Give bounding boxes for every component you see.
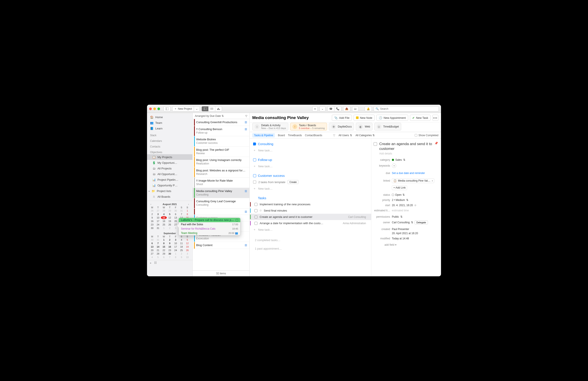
- cal-day[interactable]: 31: [155, 227, 161, 229]
- cal-day[interactable]: 9: [149, 216, 155, 219]
- cal-prev[interactable]: ‹: [150, 203, 151, 206]
- cal-day[interactable]: 13: [149, 245, 155, 248]
- minimize-icon[interactable]: [153, 108, 156, 110]
- project-list-item[interactable]: Consulting Grey Leaf CoverageConsulting: [193, 198, 250, 208]
- cal-day[interactable]: 27: [149, 252, 155, 255]
- project-list-item[interactable]: !! Consulting BensonFollow-up▥: [193, 126, 250, 136]
- new-note-button[interactable]: New Note: [354, 115, 375, 121]
- cal-day[interactable]: 8: [184, 213, 190, 216]
- sidebar-item-opportunityp[interactable]: 📊Opportunity P…: [147, 182, 192, 188]
- view-chart-button[interactable]: [215, 106, 222, 112]
- cal-day[interactable]: 7: [155, 242, 161, 245]
- cal-day[interactable]: 25: [179, 249, 184, 252]
- cal-day[interactable]: 30: [173, 209, 179, 212]
- subtab-contactboards[interactable]: ContactBoards: [305, 134, 322, 137]
- new-task-input[interactable]: ＋New task…: [250, 185, 371, 192]
- subtab-taskspipeline[interactable]: Tasks & Pipeline: [252, 133, 275, 137]
- project-list-item[interactable]: !! Image-Movie for Rate MateShoot: [193, 177, 250, 188]
- cal-day[interactable]: 25: [161, 223, 167, 226]
- project-list-item[interactable]: Website BiotrexCustomer success: [193, 136, 250, 146]
- cal-day[interactable]: 15: [161, 245, 167, 248]
- nav-learn[interactable]: 📘Learn: [147, 126, 192, 131]
- cal-day[interactable]: 7: [167, 256, 173, 259]
- cal-day[interactable]: 5: [155, 256, 161, 259]
- all-categories-dropdown[interactable]: All Categories ⇅: [356, 134, 375, 137]
- cal-day[interactable]: 27: [155, 209, 161, 212]
- task-row[interactable]: ⦾Send final minutes: [250, 208, 371, 214]
- contacts-section[interactable]: Contacts: [147, 143, 192, 149]
- new-task-input[interactable]: ＋New task…: [250, 226, 371, 233]
- past-appointment-link[interactable]: 1 past appointment…: [250, 244, 371, 253]
- owner-field[interactable]: Carl Consulting ⇅ Delegate: [392, 220, 438, 224]
- task-row[interactable]: Create an agenda and send it to customer…: [250, 214, 371, 220]
- add-link-button[interactable]: + Add Link: [392, 185, 407, 190]
- cal-day[interactable]: 2: [167, 238, 173, 241]
- new-task-input[interactable]: ＋New task…: [250, 147, 371, 153]
- cal-day[interactable]: 20: [173, 220, 179, 223]
- new-appointment-button[interactable]: 🕓 New Appointment: [377, 115, 408, 121]
- add-details-placeholder[interactable]: Add details: [374, 151, 438, 157]
- cal-day[interactable]: 24: [173, 249, 179, 252]
- info-pill[interactable]: iDetails & ActivityNew – Due in 413 days: [252, 123, 288, 131]
- task-checkbox[interactable]: [254, 203, 257, 206]
- cal-day[interactable]: 22: [161, 249, 167, 252]
- cal-day[interactable]: 5: [184, 238, 190, 241]
- cal-day[interactable]: 18: [179, 245, 184, 248]
- tb-icon-2[interactable]: ⌄: [319, 106, 326, 112]
- close-icon[interactable]: [149, 108, 152, 110]
- cal-day[interactable]: 1: [173, 252, 179, 255]
- pin-icon[interactable]: 📌: [435, 142, 438, 145]
- cal-day[interactable]: 2: [179, 252, 184, 255]
- cal-day[interactable]: 2: [167, 227, 173, 229]
- project-list-item[interactable]: Blog post: Websites as a signpost for…Re…: [193, 167, 250, 177]
- new-project-button[interactable]: ＋ New Project: [172, 106, 194, 112]
- new-project-dropdown[interactable]: ⌄: [194, 106, 200, 112]
- task-row[interactable]: Implement training of the new processes: [250, 201, 371, 208]
- search-input[interactable]: [380, 107, 437, 110]
- cal-day[interactable]: 12: [167, 216, 173, 219]
- info-pill[interactable]: ✻DayliteDocs: [329, 123, 354, 131]
- new-task-input[interactable]: ＋New task…: [250, 163, 371, 170]
- cal-day[interactable]: 26: [184, 249, 190, 252]
- info-pill[interactable]: ⊙Time&Budget: [374, 123, 401, 131]
- popover-event[interactable]: Team Meeting20:00 👥: [179, 231, 240, 235]
- cal-day[interactable]: 31: [179, 209, 184, 212]
- project-list-item[interactable]: Blog post: Using Instagram correctlyReal…: [193, 157, 250, 167]
- popover-event[interactable]: Paul with the Solos17:00: [179, 222, 240, 227]
- cal-day[interactable]: 1: [184, 209, 190, 212]
- cal-day[interactable]: 5: [167, 213, 173, 216]
- cal-day[interactable]: 23: [149, 223, 155, 226]
- info-pill[interactable]: !Tasks / Boards5 overdue – 5 remaining: [290, 123, 327, 131]
- add-keyword-button[interactable]: ＋: [392, 164, 396, 168]
- section-header[interactable]: Follow-up: [250, 157, 371, 163]
- delegate-button[interactable]: Delegate: [415, 220, 428, 224]
- card-button[interactable]: 🗂: [352, 106, 358, 112]
- cal-day[interactable]: 4: [179, 238, 184, 241]
- cal-day[interactable]: 9: [167, 242, 173, 245]
- cal-day[interactable]: 8: [161, 242, 167, 245]
- sidebar-item-projectpipelin[interactable]: 📊Project Pipelin…: [147, 177, 192, 182]
- project-list-item[interactable]: ▥: [193, 209, 250, 215]
- estimated-time-field[interactable]: estimated time: [392, 209, 438, 212]
- cal-day[interactable]: 6: [173, 213, 179, 216]
- status-dropdown[interactable]: Open ⇅: [392, 193, 438, 196]
- task-complete-checkbox[interactable]: [374, 142, 377, 146]
- cal-day[interactable]: 24: [155, 223, 161, 226]
- cal-day[interactable]: 3: [184, 252, 190, 255]
- cal-day[interactable]: 21: [155, 249, 161, 252]
- completed-tasks-link[interactable]: 2 completed tasks…: [250, 236, 371, 244]
- cal-day[interactable]: 1: [161, 227, 167, 229]
- new-task-button[interactable]: ✔New Task: [410, 115, 431, 121]
- cal-day[interactable]: 11: [179, 242, 184, 245]
- section-header[interactable]: Consulting: [250, 141, 371, 147]
- cal-day[interactable]: 29: [161, 252, 167, 255]
- cal-day[interactable]: 30: [149, 238, 155, 241]
- cal-next[interactable]: ›: [188, 203, 189, 206]
- filter-icon[interactable]: ▽: [333, 134, 335, 137]
- slack-section[interactable]: Slack: [147, 133, 192, 137]
- notifications-button[interactable]: 🔔: [365, 106, 372, 112]
- sidebar-item-myopportuni[interactable]: 💲My Opportuni…: [147, 160, 192, 166]
- add-file-button[interactable]: 📎 Add File: [332, 115, 352, 121]
- task-row[interactable]: Arrange a date for implementation with t…: [250, 220, 371, 226]
- priority-dropdown[interactable]: 2 • Medium ⇅: [392, 199, 438, 202]
